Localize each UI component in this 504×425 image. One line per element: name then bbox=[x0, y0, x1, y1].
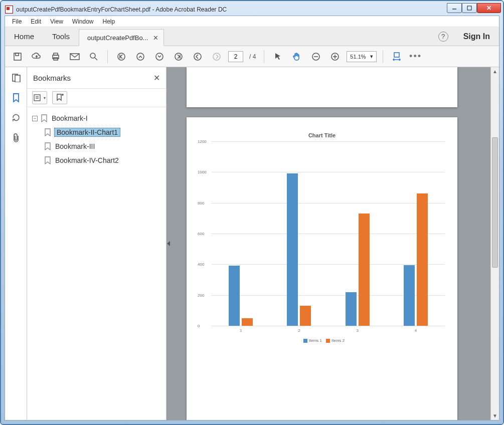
bookmarks-title: Bookmarks bbox=[33, 74, 71, 82]
zoom-in-icon[interactable] bbox=[327, 49, 343, 64]
bookmark-icon bbox=[44, 128, 51, 136]
new-bookmark-button[interactable] bbox=[52, 91, 67, 104]
menu-edit[interactable]: Edit bbox=[27, 17, 45, 26]
page-number-input[interactable] bbox=[228, 51, 243, 62]
email-icon[interactable] bbox=[67, 49, 82, 64]
scroll-down-icon[interactable]: ▼ bbox=[491, 411, 499, 420]
bookmark-label: Bookmark-II-Chart1 bbox=[54, 128, 120, 137]
svg-rect-1 bbox=[467, 6, 471, 10]
zoom-out-icon[interactable] bbox=[308, 49, 323, 64]
toolbar: / 4 51.1%▾ ••• bbox=[5, 46, 499, 67]
tab-document-label: outputCreatePdfBo... bbox=[87, 34, 148, 42]
svg-point-13 bbox=[175, 53, 182, 60]
bookmark-icon bbox=[41, 114, 48, 122]
chevron-down-icon: ▾ bbox=[370, 53, 373, 60]
help-icon[interactable]: ? bbox=[438, 32, 448, 42]
scroll-up-icon[interactable]: ▲ bbox=[491, 67, 499, 76]
chart-title: Chart Title bbox=[197, 132, 447, 138]
collapse-icon[interactable]: − bbox=[32, 116, 38, 121]
select-tool-icon[interactable] bbox=[270, 49, 285, 64]
nav-forward-icon[interactable] bbox=[209, 49, 224, 64]
scrollbar-thumb[interactable] bbox=[492, 137, 498, 268]
prev-page-icon[interactable] bbox=[133, 49, 148, 64]
bookmark-options-button[interactable]: ▾ bbox=[32, 91, 47, 104]
bookmark-label: Bookmark-IV-Chart2 bbox=[54, 156, 120, 164]
tab-close-icon[interactable]: ✕ bbox=[153, 34, 158, 42]
window-minimize-button[interactable] bbox=[447, 3, 462, 13]
chart: Chart Title 0200400600800100012001234 It… bbox=[197, 132, 447, 343]
bookmarks-close-icon[interactable]: ✕ bbox=[153, 73, 160, 83]
app-icon bbox=[5, 6, 13, 14]
page-1-partial bbox=[187, 67, 457, 107]
svg-point-8 bbox=[90, 53, 95, 58]
thumbnails-icon[interactable] bbox=[11, 72, 22, 83]
bookmark-child-0[interactable]: Bookmark-II-Chart1 bbox=[30, 125, 163, 139]
last-page-icon[interactable] bbox=[171, 49, 186, 64]
attachments-icon[interactable] bbox=[11, 132, 22, 143]
bookmark-child-1[interactable]: Bookmark-III bbox=[30, 139, 163, 153]
svg-rect-5 bbox=[54, 53, 58, 55]
bookmarks-tree: − Bookmark-I Bookmark-II-Chart1 Bookmark… bbox=[27, 107, 166, 420]
app-body: File Edit View Window Help Home Tools ou… bbox=[5, 16, 499, 420]
svg-rect-2 bbox=[14, 53, 21, 60]
menu-window[interactable]: Window bbox=[68, 17, 98, 26]
print-icon[interactable] bbox=[48, 49, 63, 64]
nav-back-icon[interactable] bbox=[190, 49, 205, 64]
zoom-level-select[interactable]: 51.1%▾ bbox=[347, 51, 376, 62]
first-page-icon[interactable] bbox=[114, 49, 129, 64]
search-icon[interactable] bbox=[86, 49, 101, 64]
vertical-scrollbar[interactable]: ▲ ▼ bbox=[490, 67, 499, 420]
sign-in-button[interactable]: Sign In bbox=[454, 27, 499, 46]
panel-collapse-handle[interactable] bbox=[166, 235, 171, 253]
window-close-button[interactable]: ✕ bbox=[477, 3, 501, 13]
window-title: outputCreatePdfBookmarkEntryForChartShee… bbox=[16, 6, 444, 13]
tab-tools[interactable]: Tools bbox=[43, 27, 79, 46]
zoom-value: 51.1% bbox=[350, 54, 366, 60]
svg-rect-3 bbox=[16, 53, 19, 56]
svg-point-14 bbox=[194, 53, 201, 60]
document-area[interactable]: Chart Title 0200400600800100012001234 It… bbox=[166, 67, 499, 420]
svg-rect-21 bbox=[394, 53, 399, 57]
window-maximize-button[interactable] bbox=[462, 3, 477, 13]
hand-tool-icon[interactable] bbox=[289, 49, 304, 64]
menu-view[interactable]: View bbox=[46, 17, 67, 26]
cloud-upload-icon[interactable] bbox=[29, 49, 44, 64]
bookmarks-panel: Bookmarks ✕ ▾ − Bookmark-I Bookmark-II bbox=[27, 67, 166, 420]
svg-point-10 bbox=[118, 53, 125, 60]
chart-legend: Items 1Items 2 bbox=[197, 338, 447, 343]
tab-home[interactable]: Home bbox=[5, 27, 43, 46]
rotate-icon[interactable] bbox=[11, 112, 22, 123]
bookmark-root[interactable]: − Bookmark-I bbox=[30, 111, 163, 125]
menubar: File Edit View Window Help bbox=[5, 16, 499, 27]
menu-help[interactable]: Help bbox=[99, 17, 119, 26]
bookmark-label: Bookmark-III bbox=[54, 142, 96, 150]
tab-document[interactable]: outputCreatePdfBo... ✕ bbox=[79, 29, 164, 46]
next-page-icon[interactable] bbox=[152, 49, 167, 64]
titlebar: outputCreatePdfBookmarkEntryForChartShee… bbox=[4, 4, 500, 15]
fit-width-icon[interactable] bbox=[389, 49, 404, 64]
window-frame: outputCreatePdfBookmarkEntryForChartShee… bbox=[0, 0, 504, 425]
bookmarks-icon[interactable] bbox=[11, 92, 22, 103]
nav-rail bbox=[5, 67, 27, 420]
svg-point-15 bbox=[213, 53, 220, 60]
svg-rect-23 bbox=[15, 75, 20, 82]
tab-strip: Home Tools outputCreatePdfBo... ✕ ? Sign… bbox=[5, 27, 499, 46]
menu-file[interactable]: File bbox=[8, 17, 26, 26]
bookmark-icon bbox=[44, 156, 51, 164]
more-tools-icon[interactable]: ••• bbox=[408, 49, 423, 64]
save-icon[interactable] bbox=[10, 49, 25, 64]
bookmark-child-2[interactable]: Bookmark-IV-Chart2 bbox=[30, 153, 163, 167]
bookmark-icon bbox=[44, 142, 51, 150]
svg-line-9 bbox=[95, 58, 97, 60]
page-2: Chart Title 0200400600800100012001234 It… bbox=[187, 117, 457, 420]
svg-rect-24 bbox=[34, 95, 40, 101]
chart-plot: 0200400600800100012001234 bbox=[212, 141, 445, 326]
bookmark-label: Bookmark-I bbox=[51, 114, 89, 122]
page-total-label: / 4 bbox=[247, 53, 258, 60]
